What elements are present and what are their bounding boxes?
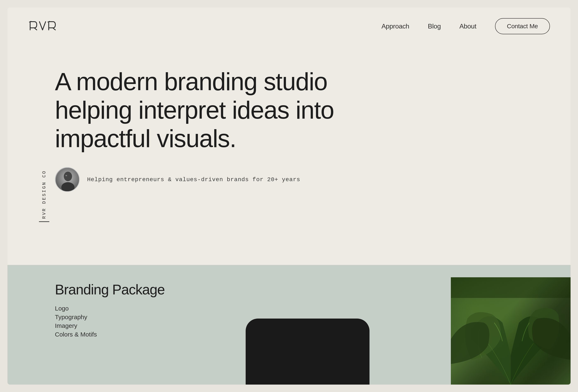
- nav-approach[interactable]: Approach: [382, 22, 409, 30]
- hero-sub: Helping entrepreneurs & values-driven br…: [55, 167, 550, 192]
- avatar: [55, 167, 80, 192]
- contact-button[interactable]: Contact Me: [495, 18, 550, 34]
- logo[interactable]: [28, 20, 61, 33]
- hero-section: A modern branding studio helping interpr…: [7, 43, 571, 208]
- navigation: Approach Blog About Contact Me: [7, 7, 571, 43]
- svg-point-7: [65, 175, 67, 176]
- hero-tagline: Helping entrepreneurs & values-driven br…: [87, 176, 300, 183]
- logo-icon: [28, 20, 61, 32]
- plant-image: [451, 277, 571, 385]
- side-label: RVR DESIGN CO: [42, 170, 47, 219]
- side-line-decoration: [39, 221, 49, 222]
- bottom-section: Branding Package Logo Typography Imagery…: [7, 265, 571, 385]
- main-frame: Approach Blog About Contact Me A modern …: [7, 7, 571, 385]
- dark-card: [246, 319, 370, 385]
- nav-about[interactable]: About: [459, 22, 476, 30]
- svg-rect-9: [451, 277, 571, 298]
- hero-headline: A modern branding studio helping interpr…: [55, 67, 385, 153]
- nav-links: Approach Blog About Contact Me: [382, 18, 550, 34]
- plant-svg: [451, 277, 571, 385]
- svg-point-5: [64, 172, 72, 181]
- side-text: RVR DESIGN CO: [39, 170, 49, 222]
- nav-blog[interactable]: Blog: [428, 22, 441, 30]
